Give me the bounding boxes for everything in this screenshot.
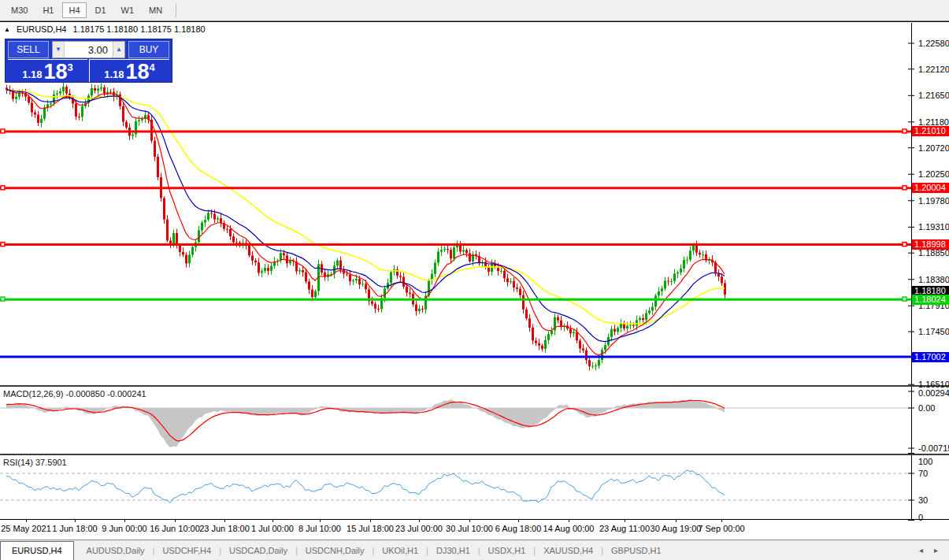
- tab-scroll-right-icon[interactable]: ▸: [934, 546, 938, 554]
- chart-tab-audusd-daily[interactable]: AUDUSD,Daily: [79, 543, 153, 558]
- chart-tab-bar: EURUSD,H4AUDUSD,Daily|USDCHF,H4|USDCAD,D…: [0, 540, 949, 560]
- buy-button[interactable]: BUY: [128, 41, 169, 58]
- sell-price-small: 1.18: [22, 69, 42, 80]
- chart-tab-xauusd-h4[interactable]: XAUUSD,H4: [536, 543, 601, 558]
- buy-price[interactable]: 1.18 18 4: [89, 59, 169, 82]
- time-axis-line: [0, 519, 949, 520]
- buy-price-big: 18: [126, 61, 150, 82]
- timeframe-button-h4[interactable]: H4: [62, 2, 86, 18]
- trading-terminal-window: M30H1H4D1W1MN ▲ EURUSD,H4 1.18175 1.1818…: [0, 0, 949, 560]
- chart-canvas[interactable]: [0, 22, 949, 540]
- tab-scroll-left-icon[interactable]: ◂: [919, 546, 923, 554]
- panel-separator[interactable]: [0, 385, 949, 387]
- sell-button[interactable]: SELL: [8, 41, 49, 58]
- timeframe-toolbar: M30H1H4D1W1MN: [0, 0, 949, 21]
- lot-size-stepper: ▼ ▲: [52, 41, 125, 58]
- timeframe-button-w1[interactable]: W1: [115, 2, 141, 18]
- tab-scroll-arrows: ◂▸: [919, 546, 938, 554]
- chart-symbol-label: EURUSD,H4: [17, 24, 67, 34]
- lot-increase-button[interactable]: ▲: [113, 42, 124, 57]
- one-click-trading-panel: SELL ▼ ▲ BUY 1.18 18 3 1.18 18 4: [5, 39, 172, 83]
- timeframe-button-d1[interactable]: D1: [89, 2, 113, 18]
- timeframe-button-m30[interactable]: M30: [5, 2, 34, 18]
- chart-tab-usdcad-daily[interactable]: USDCAD,Daily: [221, 543, 295, 558]
- sell-price[interactable]: 1.18 18 3: [8, 59, 87, 82]
- chart-tab-gbpusd-h1[interactable]: GBPUSD,H1: [603, 543, 669, 558]
- lot-size-input[interactable]: [65, 42, 113, 57]
- chart-ohlc-values: 1.18175 1.18180 1.18175 1.18180: [73, 24, 206, 34]
- chart-tab-dj30-h1[interactable]: DJ30,H1: [428, 543, 478, 558]
- chart-tab-eurusd-h4[interactable]: EURUSD,H4: [0, 541, 74, 560]
- lot-decrease-button[interactable]: ▼: [53, 42, 65, 57]
- chart-tab-usdchf-h4[interactable]: USDCHF,H4: [154, 543, 219, 558]
- chart-title: ▲ EURUSD,H4 1.18175 1.18180 1.18175 1.18…: [4, 24, 206, 34]
- toolbar-separator: [176, 3, 176, 17]
- timeframe-button-mn[interactable]: MN: [143, 2, 169, 18]
- timeframe-button-h1[interactable]: H1: [36, 2, 60, 18]
- chart-window: ▲ EURUSD,H4 1.18175 1.18180 1.18175 1.18…: [0, 21, 949, 540]
- rsi-indicator-label: RSI(14) 37.5901: [3, 458, 67, 467]
- buy-price-small: 1.18: [104, 69, 124, 80]
- macd-indicator-label: MACD(12,26,9) -0.000850 -0.000241: [3, 389, 146, 399]
- sell-price-big: 18: [44, 61, 68, 82]
- sell-price-sup: 3: [68, 61, 73, 73]
- chart-tab-usdcnh-daily[interactable]: USDCNH,Daily: [298, 543, 373, 558]
- collapse-triangle-icon[interactable]: ▲: [4, 26, 10, 33]
- chart-tab-ukoil-h1[interactable]: UKOil,H1: [374, 543, 426, 558]
- chart-tab-usdx-h1[interactable]: USDX,H1: [480, 543, 534, 558]
- buy-price-sup: 4: [150, 61, 155, 73]
- panel-separator[interactable]: [0, 454, 949, 455]
